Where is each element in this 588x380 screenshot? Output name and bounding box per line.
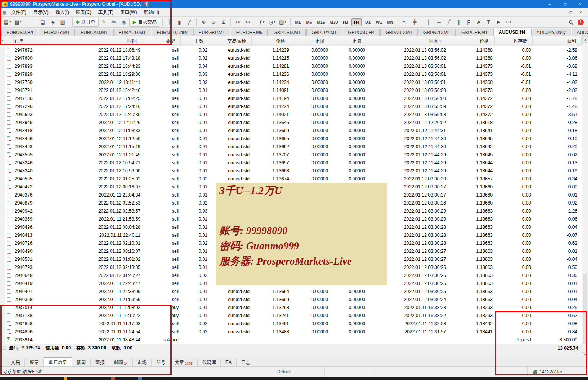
history-row-2947750[interactable]: 29477502022.01.12 18:11:41sell0.03eurusd… xyxy=(5,78,582,86)
history-row-2947136[interactable]: 29471362022.01.12 17:02:25sell0.01eurusd… xyxy=(5,94,582,102)
channel-button[interactable]: ∥ xyxy=(454,18,464,27)
history-row-2940368[interactable]: 29403682022.01.11 21:59:59sell0.01eurusd… xyxy=(5,295,582,303)
column-header-lots[interactable]: 手数 xyxy=(181,36,209,46)
history-row-2943246[interactable]: 29432462022.01.12 10:54:21sell0.01eurusd… xyxy=(5,159,582,167)
column-header-open-price[interactable]: 价格 xyxy=(252,36,291,46)
bottom-tab-experts[interactable]: EA xyxy=(221,359,237,366)
vertical-line-button[interactable]: │ xyxy=(425,18,434,27)
column-header-close-price[interactable]: 价格 xyxy=(448,36,495,46)
status-profile[interactable]: Default xyxy=(274,367,325,377)
symbol-tab-gbpusd-m1[interactable]: GBPUSD,M1 xyxy=(268,29,306,36)
zoom-in-button[interactable]: ⊕ xyxy=(199,18,208,27)
cell-type: sell xyxy=(142,265,181,270)
cell-type: sell xyxy=(142,168,181,174)
timeframe-button-d1[interactable]: D1 xyxy=(363,18,373,26)
history-row-2943456[interactable]: 29434562022.01.12 11:12:50sell0.01eurusd… xyxy=(5,134,582,142)
symbol-tab-gbpchf-m1[interactable]: GBPCHF,M1 xyxy=(456,29,493,36)
history-row-2947296[interactable]: 29472962022.01.12 17:24:16sell0.01eurusd… xyxy=(5,102,582,110)
cell-lots: 0.02 xyxy=(181,329,209,334)
child-minimize-button[interactable]: ─ xyxy=(556,9,566,16)
timeframe-button-m1[interactable]: M1 xyxy=(293,18,303,26)
timeframe-button-m30[interactable]: M30 xyxy=(328,18,340,26)
crosshair-button[interactable]: ╋ xyxy=(410,18,420,27)
cell-close-time: 2022.01.12 11:44:30 xyxy=(367,136,448,141)
text-tool-button[interactable]: A xyxy=(474,18,483,27)
history-row-2943505[interactable]: 29435052022.01.12 11:21:45sell0.01eurusd… xyxy=(5,151,582,159)
column-header-stop-loss[interactable]: 止损 xyxy=(291,36,330,46)
cursor-button[interactable]: ↖ xyxy=(400,18,410,27)
cell-close-time: 2022.01.12 12:20:02 xyxy=(367,120,448,125)
column-header-take-profit[interactable]: 止盈 xyxy=(330,36,367,46)
history-row-2945693[interactable]: 29456932022.01.12 15:40:30sell0.01eurusd… xyxy=(5,110,582,118)
label-tool-button[interactable]: T xyxy=(484,18,493,27)
periods-button[interactable]: ◷▾ xyxy=(267,18,277,27)
history-row-2947893[interactable]: 29478932022.01.12 18:44:23sell0.04eurusd… xyxy=(5,62,582,70)
cell-order: 2947296 xyxy=(14,104,44,109)
symbol-tab-eurgbp-m1[interactable]: EURGBP,M1 xyxy=(193,29,230,36)
trendline-button[interactable]: ╱ xyxy=(444,18,454,27)
symbol-tab-gbpaud-m1[interactable]: GBPAUD,M1 xyxy=(380,29,418,36)
bottom-tab-articles[interactable]: 文章1305 xyxy=(170,359,198,366)
line-chart-button[interactable]: ╱ xyxy=(185,18,194,27)
symbol-tab-gbpjpy-m1[interactable]: GBPJPY,M1 xyxy=(306,29,342,36)
window-close-button[interactable]: ✕ xyxy=(573,0,588,8)
history-row-2947829[interactable]: 29478292022.01.12 18:29:36sell0.03eurusd… xyxy=(5,70,582,78)
history-row-2947672[interactable]: 29476722022.01.12 18:06:49sell0.02eurusd… xyxy=(5,46,582,54)
symbol-tab-gbpnzd-m1[interactable]: GBPNZD,M1 xyxy=(418,29,456,36)
window-maximize-button[interactable]: □ xyxy=(557,0,573,8)
cell-close-time: 2022.01.12 11:44:30 xyxy=(367,144,448,149)
child-close-button[interactable]: ✕ xyxy=(576,9,586,16)
notifications-badge[interactable]: 1 xyxy=(578,19,584,25)
history-row-2943340[interactable]: 29433402022.01.12 10:59:00sell0.01eurusd… xyxy=(5,167,582,175)
column-header-symbol[interactable]: 交易品种 xyxy=(209,36,252,46)
candle-chart-button[interactable]: ▮ xyxy=(175,18,184,27)
order-ticket-icon xyxy=(7,185,10,189)
symbol-tab-audusd-h4[interactable]: AUDUSD,H4 xyxy=(493,28,531,36)
history-row-2943418[interactable]: 29434182022.01.12 11:03:33sell0.01eurusd… xyxy=(5,126,582,134)
arrow-tool-button[interactable]: ► xyxy=(494,18,503,27)
cell-stop-loss: 0.00000 xyxy=(291,80,330,85)
history-row-2940401[interactable]: 29404012022.01.11 22:33:09sell0.01eurusd… xyxy=(5,287,582,295)
chart-shift-button[interactable]: ↤ xyxy=(243,18,252,27)
order-ticket-icon xyxy=(7,209,10,213)
indicators-button[interactable]: ƒ▾ xyxy=(257,18,266,27)
timeframe-button-m15[interactable]: M15 xyxy=(315,18,327,26)
symbol-tab-audjpy-daily[interactable]: AUDJPY,Daily xyxy=(531,29,571,36)
cell-open-price: 1.13491 xyxy=(252,321,291,326)
window-minimize-button[interactable]: ─ xyxy=(542,0,557,8)
column-header-profit[interactable]: 获利 xyxy=(533,36,582,46)
timeframe-button-h1[interactable]: H1 xyxy=(340,18,351,26)
shapes-button[interactable]: ○▾ xyxy=(504,18,513,27)
history-row-2943945[interactable]: 29439452022.01.12 12:11:26sell0.01eurusd… xyxy=(5,118,582,126)
tile-windows-button[interactable]: ⊞ xyxy=(219,18,228,27)
cell-profit: -2.58 xyxy=(533,48,582,53)
history-row-2945791[interactable]: 29457912022.01.12 15:42:46sell0.01eurusd… xyxy=(5,86,582,94)
symbol-tab-eurchf-m5[interactable]: EURCHF,M5 xyxy=(231,29,268,36)
symbol-tab-audcad-m1[interactable]: AUDCAD,M1 xyxy=(572,29,588,36)
timeframe-button-h4[interactable]: H4 xyxy=(351,18,362,26)
auto-scroll-button[interactable]: ↦ xyxy=(233,18,242,27)
vertical-scrollbar[interactable]: ▲ xyxy=(582,36,588,352)
symbol-tab-gbpcad-h4[interactable]: GBPCAD,H4 xyxy=(343,29,380,36)
history-row-2947600[interactable]: 29476002022.01.12 17:48:18sell0.02eurusd… xyxy=(5,54,582,62)
search-button[interactable] xyxy=(566,18,575,27)
timeframe-button-mn[interactable]: MN xyxy=(385,18,395,26)
history-row-2943493[interactable]: 29434932022.01.12 11:15:19sell0.01eurusd… xyxy=(5,142,582,151)
timeframe-button-w1[interactable]: W1 xyxy=(374,18,384,26)
cell-open-time: 2022.01.11 21:59:59 xyxy=(44,297,142,302)
column-header-swap[interactable]: 库存费 xyxy=(495,36,533,46)
bottom-tab-journal[interactable]: 日志 xyxy=(237,359,255,366)
column-header-close-time[interactable]: 时间▽ xyxy=(367,36,448,46)
scroll-up-button[interactable]: ▲ xyxy=(582,36,588,43)
timeframe-button-m5[interactable]: M5 xyxy=(304,18,314,26)
zoom-out-button[interactable]: ⊖ xyxy=(209,18,218,27)
toolbar-separator xyxy=(290,18,291,26)
templates-button[interactable]: ▨▾ xyxy=(278,18,287,27)
history-row-2940585[interactable]: 29405852022.01.12 01:25:02sell0.02eurusd… xyxy=(5,175,582,183)
bottom-tab-codebase[interactable]: 代码库 xyxy=(198,359,221,366)
cell-swap: 0.00 xyxy=(495,184,533,190)
cell-type: sell xyxy=(142,128,181,133)
child-restore-button[interactable]: ◱ xyxy=(566,9,576,16)
fibonacci-button[interactable]: Ƒ xyxy=(464,18,474,27)
horizontal-line-button[interactable]: ─ xyxy=(434,18,444,27)
